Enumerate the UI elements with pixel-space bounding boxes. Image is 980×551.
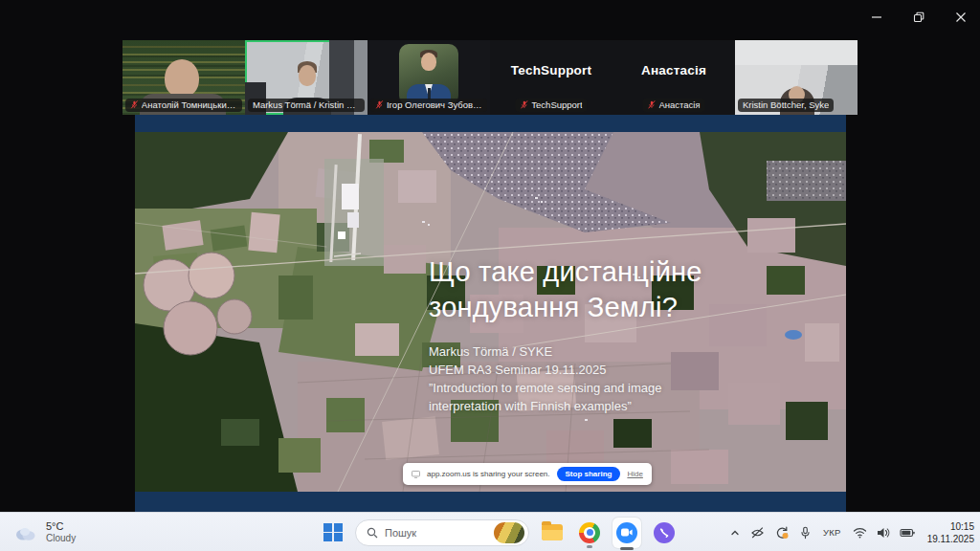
participant-video-markus-active-speaker[interactable]: Markus Törmä / Kristin Bö...: [245, 40, 368, 115]
zoom-window-titlebar: [0, 0, 980, 38]
cloud-icon: [13, 524, 38, 541]
participant-name-chip: Ігор Олегович Зубович: [370, 99, 487, 112]
slide-title: Що таке дистанційне зондування Землі?: [429, 254, 702, 325]
participant-avatar-ihor[interactable]: Ігор Олегович Зубович: [368, 40, 490, 115]
restore-icon[interactable]: [909, 8, 928, 27]
participant-display-name: TechSupport: [490, 63, 612, 77]
participant-name-chip: Kristin Böttcher, Syke: [738, 99, 834, 112]
slide-seminar: UFEM RA3 Seminar 19.11.2025: [429, 361, 662, 379]
weather-temp: 5°C: [46, 520, 76, 533]
slide-title-line1: Що таке дистанційне: [429, 254, 702, 290]
participant-name-chip: TechSupport: [515, 99, 587, 112]
participant-name: Анастасія: [658, 99, 700, 110]
sharing-message: app.zoom.us is sharing your screen.: [427, 470, 550, 478]
taskbar-app-zoom-active[interactable]: [612, 518, 641, 548]
volume-icon[interactable]: [872, 518, 895, 547]
participant-name: Markus Törmä / Kristin Bö...: [253, 99, 360, 110]
muted-mic-icon: [520, 100, 528, 109]
person-silhouette: [299, 65, 316, 86]
participant-video-anatolii[interactable]: Анатолій Томницький...: [122, 40, 245, 115]
slide-title-line2: зондування Землі?: [429, 290, 702, 325]
room-ceiling: [735, 40, 858, 65]
taskbar-app-chrome[interactable]: [575, 516, 604, 550]
participant-video-kristin[interactable]: Kristin Böttcher, Syke: [735, 40, 858, 115]
windows-logo-icon: [323, 523, 343, 542]
privacy-eye-icon[interactable]: [746, 518, 769, 547]
participant-name-chip: Анастасія: [642, 99, 704, 112]
start-button[interactable]: [320, 518, 346, 548]
taskbar-app-viber[interactable]: [650, 516, 679, 550]
slide-description-line2: interpretation with Finnish examples”: [429, 397, 662, 415]
weather-condition: Cloudy: [46, 533, 76, 544]
taskbar-center: Пошук: [320, 513, 679, 551]
participant-display-name: Анастасія: [612, 63, 735, 77]
hide-banner-link[interactable]: Hide: [627, 470, 642, 478]
language-indicator[interactable]: УКР: [816, 518, 848, 547]
running-indicator: [587, 545, 592, 548]
person-silhouette: [421, 53, 436, 71]
taskbar-app-file-explorer[interactable]: [538, 516, 567, 550]
active-indicator: [620, 547, 634, 550]
muted-mic-icon: [647, 100, 656, 109]
search-icon: [367, 527, 378, 539]
search-input[interactable]: Пошук: [355, 519, 529, 546]
clock[interactable]: 10:15 19.11.2025: [920, 520, 974, 545]
wifi-icon[interactable]: [848, 518, 872, 547]
zoom-icon: [616, 522, 637, 543]
screen-share-area: Що таке дистанційне зондування Землі? Ma…: [135, 115, 846, 512]
participant-name-chip: Анатолій Томницький...: [125, 99, 242, 112]
chrome-icon: [579, 522, 600, 543]
stop-sharing-button[interactable]: Stop sharing: [557, 467, 621, 481]
participant-tile-anastasiia[interactable]: Анастасія Анастасія: [612, 40, 735, 115]
weather-widget[interactable]: 5°C Cloudy: [8, 513, 81, 551]
lake: [785, 330, 802, 340]
monitor-icon: [412, 471, 420, 478]
bing-daily-image: [494, 522, 524, 543]
chevron-up-icon[interactable]: [724, 518, 746, 547]
file-explorer-icon: [542, 524, 563, 540]
slide-subtitle: Markus Törmä / SYKE UFEM RA3 Seminar 19.…: [429, 342, 662, 415]
person-silhouette: [165, 59, 199, 98]
participant-name-chip: Markus Törmä / Kristin Bö...: [248, 99, 365, 112]
viber-icon: [654, 522, 675, 543]
close-icon[interactable]: [951, 8, 970, 27]
participant-name: Kristin Böttcher, Syke: [743, 99, 829, 110]
participant-name: Анатолій Томницький...: [142, 99, 237, 110]
participant-tile-techsupport[interactable]: TechSupport TechSupport: [490, 40, 612, 115]
minimize-icon[interactable]: [867, 8, 886, 27]
screen-sharing-banner: app.zoom.us is sharing your screen. Stop…: [403, 463, 652, 485]
tray-time: 10:15: [927, 520, 974, 533]
windows-taskbar: 5°C Cloudy Пошук: [0, 512, 980, 551]
desktop: Анатолій Томницький... Markus Törmä / Kr…: [0, 0, 980, 551]
slide-author: Markus Törmä / SYKE: [429, 342, 662, 361]
muted-mic-icon: [130, 100, 139, 109]
muted-mic-icon: [375, 100, 384, 109]
participant-name: Ігор Олегович Зубович: [387, 99, 482, 110]
sync-icon[interactable]: [769, 518, 794, 547]
battery-icon[interactable]: [895, 518, 920, 547]
participant-strip: Анатолій Томницький... Markus Törmä / Kr…: [122, 40, 858, 115]
tray-date: 19.11.2025: [927, 533, 974, 545]
avatar: [399, 44, 458, 105]
system-tray: УКР 10:15: [724, 513, 974, 551]
mic-tray-icon[interactable]: [794, 518, 816, 547]
search-placeholder: Пошук: [385, 527, 487, 539]
slide-description-line1: ”Introduction to remote sensing and imag…: [429, 379, 662, 397]
participant-name: TechSupport: [531, 99, 582, 110]
